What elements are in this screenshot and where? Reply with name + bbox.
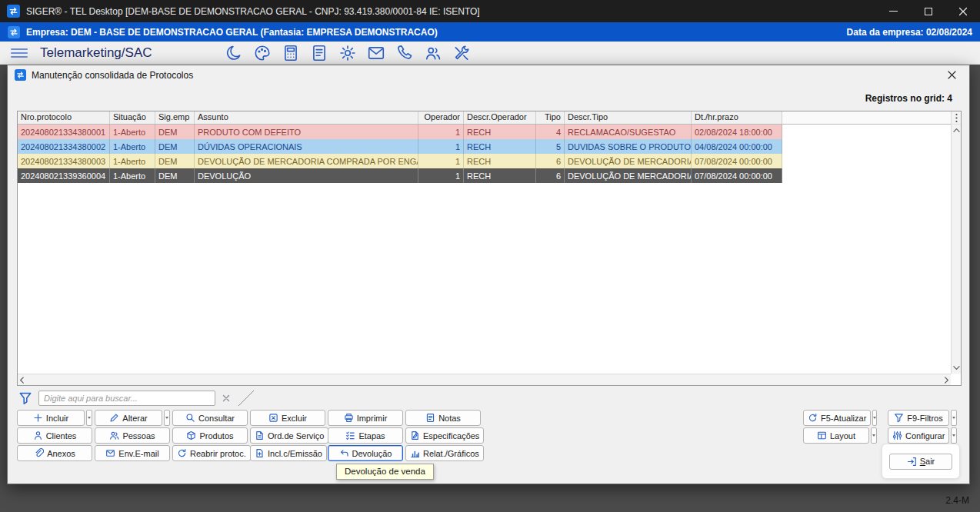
cell-descr-tipo: RECLAMACAO/SUGESTAO (565, 125, 692, 139)
col-header-assunto[interactable]: Assunto (195, 111, 418, 124)
cell-sig-emp: DEM (155, 168, 195, 183)
version-label: 2.4-M (945, 495, 969, 506)
f5-atualizar-button[interactable]: F5-Atualizar (803, 410, 871, 426)
scroll-down-icon[interactable] (952, 362, 962, 374)
pessoas-button[interactable]: Pessoas (95, 427, 170, 444)
dialog-close-button[interactable] (941, 67, 962, 83)
especificacoes-button[interactable]: Especificações (405, 427, 484, 444)
alterar-dropdown-button[interactable] (164, 410, 170, 426)
cell-prazo: 07/08/2024 00:00:00 (692, 154, 782, 168)
configurar-dropdown-button[interactable] (951, 427, 957, 444)
col-header-sig-emp[interactable]: Sig.emp (155, 111, 195, 124)
maximize-button[interactable] (911, 0, 945, 22)
calculator-icon[interactable] (282, 44, 300, 62)
f5-atualizar-dropdown-button[interactable] (872, 410, 877, 426)
module-toolbar: Telemarketing/SAC (0, 42, 980, 65)
incluir-dropdown-button[interactable] (86, 410, 92, 426)
produtos-button[interactable]: Produtos (172, 427, 248, 444)
caret-down-icon (873, 417, 876, 419)
ord-de-servico-button[interactable]: Ord.de Serviço (250, 427, 328, 444)
close-button[interactable] (945, 0, 980, 22)
sair-button[interactable]: Sair (889, 454, 952, 470)
grid-options-dots-icon[interactable] (952, 111, 962, 125)
env-email-label: Env.E-mail (118, 449, 158, 458)
incl-c-emissao-button[interactable]: Incl.c/Emissão (250, 445, 327, 461)
window-title: SIGER® - TEL Desktop [DEM-BASE DE DEMONS… (26, 6, 480, 17)
paperclip-icon (34, 448, 44, 458)
cell-operador: 1 (418, 125, 464, 139)
table-row[interactable]: 202408021334380001 1-Aberto DEM PRODUTO … (18, 125, 961, 139)
scroll-left-icon[interactable] (19, 377, 25, 384)
col-header-operador[interactable]: Operador (418, 111, 464, 124)
configurar-button[interactable]: Configurar (888, 427, 949, 444)
f9-filtros-button[interactable]: F9-Filtros (888, 410, 949, 426)
cell-tipo: 6 (536, 154, 565, 168)
caret-down-icon (952, 434, 955, 437)
col-header-descr-tipo[interactable]: Descr.Tipo (565, 111, 692, 124)
cell-operador: 1 (418, 154, 464, 168)
cell-situacao: 1-Aberto (110, 154, 155, 168)
col-header-situacao[interactable]: Situação (110, 111, 155, 124)
col-header-prazo[interactable]: Dt./hr.prazo (692, 111, 782, 124)
night-mode-moon-icon[interactable] (225, 44, 243, 62)
minimize-button[interactable] (876, 0, 911, 22)
tooltip-devolucao-de-venda: Devolução de venda (336, 464, 434, 480)
table-row[interactable]: 202408021334380003 1-Aberto DEM DEVOLUÇÃ… (18, 154, 961, 168)
email-envelope-icon[interactable] (367, 44, 385, 62)
scroll-up-icon[interactable] (952, 125, 962, 136)
cell-protocolo: 202408021334380001 (18, 125, 110, 139)
clientes-button[interactable]: Clientes (17, 427, 92, 444)
cell-prazo: 04/08/2024 00:00:00 (692, 139, 782, 154)
table-row-selected[interactable]: 202408021339360004 1-Aberto DEM DEVOLUÇÃ… (18, 168, 961, 183)
reopen-arrow-icon (177, 448, 187, 458)
printer-icon (344, 413, 354, 423)
cell-tipo: 6 (536, 168, 565, 183)
table-row[interactable]: 202408021334380002 1-Aberto DEM DÚVIDAS … (18, 139, 961, 154)
sliders-icon (892, 431, 902, 441)
env-email-button[interactable]: Env.E-mail (95, 445, 170, 461)
vertical-scrollbar[interactable] (951, 111, 961, 374)
consultar-button[interactable]: Consultar (172, 410, 248, 426)
users-icon[interactable] (424, 44, 442, 62)
col-header-nro-protocolo[interactable]: Nro.protocolo (18, 111, 110, 124)
devolucao-button[interactable]: Devolução (328, 445, 403, 461)
clear-search-icon[interactable] (222, 394, 231, 403)
cell-filler (782, 139, 961, 154)
company-name: Empresa: DEM - BASE DE DEMONSTRACAO GERA… (26, 27, 438, 38)
scroll-right-icon[interactable] (944, 377, 949, 384)
search-input[interactable] (38, 391, 215, 406)
company-bar: Empresa: DEM - BASE DE DEMONSTRACAO GERA… (0, 22, 980, 42)
devolucao-label: Devolução (352, 449, 392, 458)
menu-hamburger-icon[interactable] (11, 48, 28, 58)
pessoas-label: Pessoas (122, 431, 155, 441)
layout-button[interactable]: Layout (803, 427, 869, 444)
col-header-descr-operador[interactable]: Descr.Operador (464, 111, 536, 124)
tools-icon[interactable] (452, 44, 471, 62)
excluir-button[interactable]: Excluir (250, 410, 325, 426)
notes-list-icon[interactable] (310, 44, 328, 62)
cell-sig-emp: DEM (155, 139, 195, 154)
col-header-filler (782, 111, 961, 124)
relat-graficos-button[interactable]: Relat./Gráficos (405, 445, 484, 461)
cell-protocolo: 202408021334380002 (18, 139, 110, 154)
incluir-button[interactable]: Incluir (17, 410, 85, 426)
imprimir-button[interactable]: Imprimir (328, 410, 403, 426)
alterar-button[interactable]: Alterar (95, 410, 162, 426)
filter-funnel-icon[interactable] (18, 391, 32, 405)
layout-dropdown-button[interactable] (871, 427, 877, 444)
reabrir-protocolo-button[interactable]: Reabrir protoc. (172, 445, 251, 461)
col-header-tipo[interactable]: Tipo (536, 111, 565, 124)
phone-icon[interactable] (395, 44, 414, 62)
notas-button[interactable]: Notas (405, 410, 481, 426)
horizontal-scrollbar[interactable] (18, 374, 951, 385)
settings-gear-icon[interactable] (338, 44, 357, 62)
theme-palette-icon[interactable] (253, 44, 272, 62)
cell-descr-operador: RECH (464, 125, 536, 139)
cell-descr-tipo: DUVIDAS SOBRE O PRODUTO (565, 139, 692, 154)
cell-assunto: DEVOLUÇÃO (195, 168, 418, 183)
f9-filtros-label: F9-Filtros (907, 414, 942, 423)
anexos-button[interactable]: Anexos (17, 445, 92, 461)
etapas-button[interactable]: Etapas (328, 427, 403, 444)
f9-filtros-dropdown-button[interactable] (951, 410, 957, 426)
cell-tipo: 5 (536, 139, 565, 154)
